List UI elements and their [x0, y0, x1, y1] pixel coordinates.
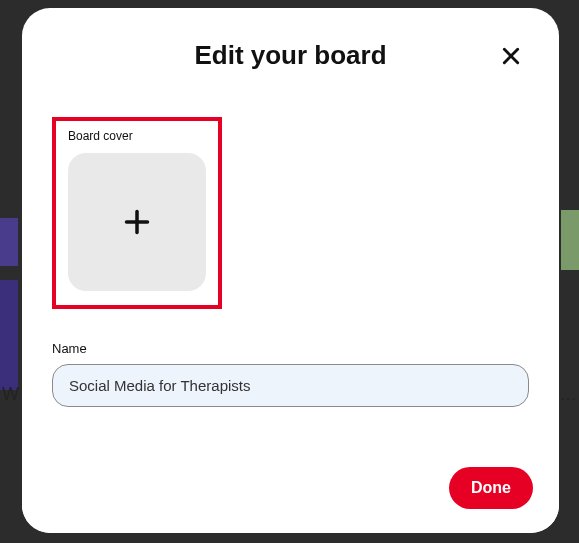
plus-icon — [123, 208, 151, 236]
bg-fragment — [0, 280, 18, 390]
board-cover-section: Board cover — [52, 117, 222, 309]
add-cover-button[interactable] — [68, 153, 206, 291]
modal-title: Edit your board — [46, 40, 535, 71]
done-button[interactable]: Done — [449, 467, 533, 509]
name-input[interactable] — [52, 364, 529, 407]
name-label: Name — [52, 341, 529, 356]
bg-fragment — [561, 210, 579, 270]
close-button[interactable] — [497, 42, 525, 70]
modal-footer: Done — [22, 451, 559, 533]
close-icon — [501, 46, 521, 66]
edit-board-modal: Edit your board Board cover Name Done — [22, 8, 559, 533]
board-cover-label: Board cover — [68, 129, 206, 143]
bg-fragment — [0, 218, 18, 266]
name-section: Name — [52, 341, 529, 407]
spacer — [52, 407, 529, 427]
modal-body[interactable]: Board cover Name — [22, 89, 559, 451]
bg-text: W — [2, 384, 19, 405]
modal-header: Edit your board — [22, 8, 559, 89]
